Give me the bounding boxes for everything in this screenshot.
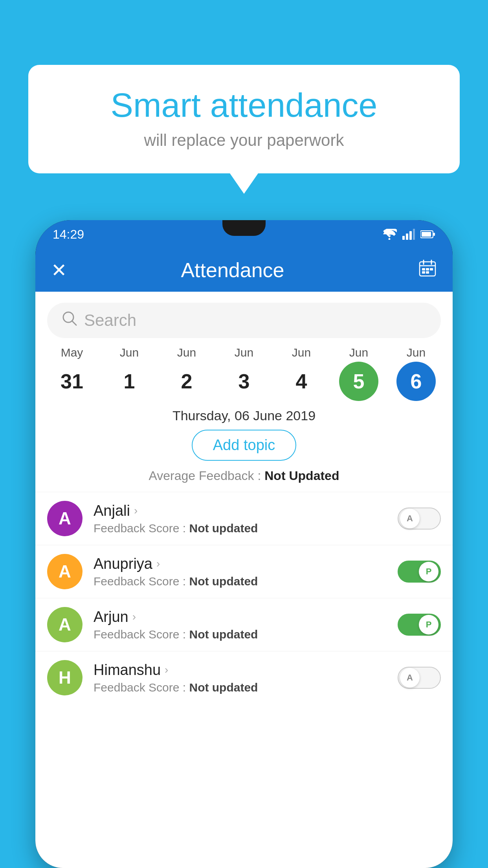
chevron-icon: › (156, 557, 160, 570)
phone-frame: 14:29 ✕ Attendance (35, 220, 453, 868)
calendar-date-number[interactable]: 5 (339, 362, 378, 401)
svg-rect-12 (422, 268, 425, 270)
attendance-toggle[interactable]: A (398, 508, 441, 530)
calendar-date-number[interactable]: 1 (110, 362, 149, 401)
avg-feedback: Average Feedback : Not Updated (35, 469, 453, 483)
svg-rect-1 (402, 236, 405, 240)
attendance-toggle[interactable]: A (398, 667, 441, 689)
toggle-knob: A (400, 509, 420, 528)
toggle-container[interactable]: P (398, 614, 441, 636)
avatar: H (47, 660, 83, 695)
student-list-item[interactable]: AAnupriya›Feedback Score : Not updatedP (35, 545, 453, 598)
search-placeholder: Search (84, 311, 136, 330)
attendance-toggle[interactable]: P (398, 561, 441, 583)
student-info: Himanshu›Feedback Score : Not updated (94, 662, 398, 694)
calendar-date-number[interactable]: 4 (282, 362, 321, 401)
calendar-date-number[interactable]: 2 (167, 362, 206, 401)
calendar-date-number[interactable]: 31 (52, 362, 92, 401)
svg-rect-14 (430, 268, 433, 270)
toggle-container[interactable]: P (398, 561, 441, 583)
calendar-day[interactable]: Jun5 (335, 346, 382, 401)
calendar-day[interactable]: Jun6 (393, 346, 440, 401)
chevron-icon: › (132, 611, 136, 623)
calendar-icon[interactable] (418, 259, 437, 282)
toggle-knob: P (419, 562, 438, 581)
svg-rect-16 (426, 271, 429, 274)
toggle-knob: A (400, 668, 420, 688)
student-name: Anjali› (94, 502, 398, 519)
chevron-icon: › (134, 504, 138, 517)
calendar-day[interactable]: Jun1 (106, 346, 153, 401)
feedback-score: Feedback Score : Not updated (94, 628, 398, 641)
calendar-month-label: Jun (349, 346, 368, 359)
student-info: Arjun›Feedback Score : Not updated (94, 609, 398, 641)
student-name: Himanshu› (94, 662, 398, 679)
chevron-icon: › (165, 664, 168, 676)
calendar-month-label: Jun (407, 346, 426, 359)
student-list-item[interactable]: AArjun›Feedback Score : Not updatedP (35, 598, 453, 651)
svg-rect-13 (426, 268, 429, 270)
avatar: A (47, 554, 83, 589)
student-list-item[interactable]: AAnjali›Feedback Score : Not updatedA (35, 492, 453, 545)
add-topic-button[interactable]: Add topic (192, 430, 296, 461)
student-list: AAnjali›Feedback Score : Not updatedAAAn… (35, 492, 453, 704)
status-icons (382, 229, 435, 240)
feedback-score: Feedback Score : Not updated (94, 575, 398, 588)
svg-rect-15 (422, 271, 425, 274)
calendar-date-number[interactable]: 6 (396, 362, 436, 401)
toggle-container[interactable]: A (398, 667, 441, 689)
avatar: A (47, 501, 83, 536)
calendar-strip: May31Jun1Jun2Jun3Jun4Jun5Jun6 (35, 346, 453, 401)
search-bar[interactable]: Search (47, 303, 441, 338)
speech-bubble-subtitle: will replace your paperwork (52, 131, 436, 150)
svg-rect-7 (433, 233, 435, 236)
status-bar: 14:29 (35, 220, 453, 248)
svg-rect-6 (422, 232, 431, 237)
svg-line-18 (72, 321, 76, 325)
toggle-container[interactable]: A (398, 508, 441, 530)
toggle-knob: P (419, 615, 438, 634)
student-info: Anjali›Feedback Score : Not updated (94, 502, 398, 535)
student-name: Anupriya› (94, 555, 398, 572)
calendar-month-label: Jun (120, 346, 139, 359)
calendar-day[interactable]: Jun4 (278, 346, 325, 401)
selected-date: Thursday, 06 June 2019 (35, 408, 453, 423)
svg-rect-3 (409, 231, 412, 240)
student-info: Anupriya›Feedback Score : Not updated (94, 555, 398, 588)
feedback-score: Feedback Score : Not updated (94, 522, 398, 535)
svg-point-0 (389, 238, 391, 240)
student-name: Arjun› (94, 609, 398, 625)
calendar-day[interactable]: Jun2 (163, 346, 210, 401)
calendar-month-label: Jun (177, 346, 196, 359)
calendar-day[interactable]: May31 (48, 346, 95, 401)
avatar: A (47, 607, 83, 642)
calendar-month-label: Jun (292, 346, 311, 359)
app-bar: ✕ Attendance (35, 248, 453, 292)
feedback-score: Feedback Score : Not updated (94, 681, 398, 694)
speech-bubble-title: Smart attendance (52, 86, 436, 124)
calendar-date-number[interactable]: 3 (224, 362, 264, 401)
signal-icon (402, 229, 415, 240)
calendar-day[interactable]: Jun3 (220, 346, 268, 401)
svg-rect-2 (406, 234, 408, 240)
app-bar-title: Attendance (47, 258, 418, 282)
search-icon (61, 310, 78, 331)
speech-bubble: Smart attendance will replace your paper… (28, 65, 460, 173)
student-list-item[interactable]: HHimanshu›Feedback Score : Not updatedA (35, 651, 453, 704)
calendar-month-label: Jun (235, 346, 253, 359)
status-time: 14:29 (53, 227, 84, 242)
calendar-month-label: May (61, 346, 83, 359)
attendance-toggle[interactable]: P (398, 614, 441, 636)
wifi-icon (382, 229, 397, 240)
svg-rect-4 (413, 229, 415, 240)
phone-notch (222, 220, 266, 236)
app-content: Search May31Jun1Jun2Jun3Jun4Jun5Jun6 Thu… (35, 292, 453, 868)
battery-icon (420, 230, 435, 239)
